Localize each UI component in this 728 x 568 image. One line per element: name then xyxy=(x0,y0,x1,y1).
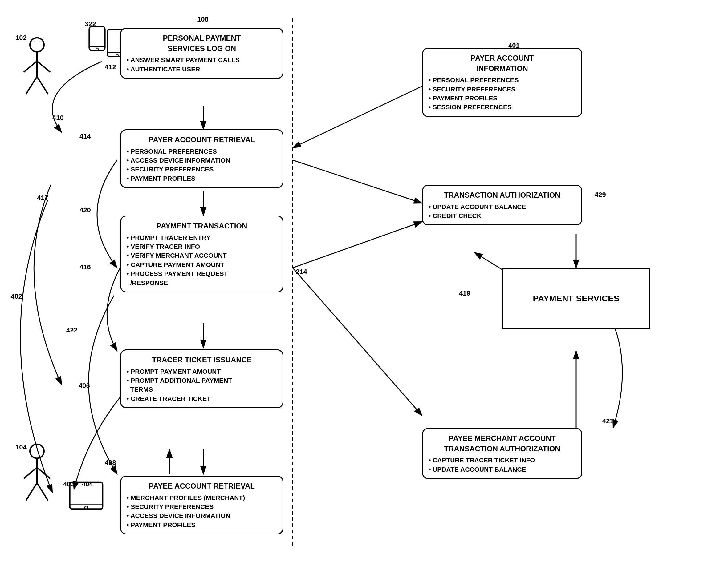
label-104: 104 xyxy=(15,443,27,451)
box-payee-account-item3: • ACCESS DEVICE INFORMATION xyxy=(127,511,277,520)
box-payment-transaction-item5: • PROCESS PAYMENT REQUEST /RESPONSE xyxy=(127,269,277,287)
svg-line-25 xyxy=(26,483,37,501)
label-416: 416 xyxy=(79,263,91,271)
box-payer-account-info-item1: • PERSONAL PREFERENCES xyxy=(429,75,576,84)
box-tracer-ticket-item2: • PROMPT ADDITIONAL PAYMENT TERMS xyxy=(127,376,277,394)
box-personal-payment-item2: • AUTHENTICATE USER xyxy=(127,65,277,74)
box-personal-payment-title: PERSONAL PAYMENTSERVICES LOG ON xyxy=(127,33,277,54)
box-payer-account-info: PAYER ACCOUNTINFORMATION • PERSONAL PREF… xyxy=(422,48,582,117)
svg-line-17 xyxy=(24,61,37,72)
svg-point-21 xyxy=(30,444,44,458)
svg-line-20 xyxy=(37,77,48,94)
box-payment-transaction-item4: • CAPTURE PAYMENT AMOUNT xyxy=(127,260,277,269)
box-payment-services-title: PAYMENT SERVICES xyxy=(533,292,619,304)
label-404: 404 xyxy=(82,480,93,488)
svg-point-15 xyxy=(30,38,44,52)
label-322: 322 xyxy=(85,20,96,28)
box-payee-account-retrieval-title: PAYEE ACCOUNT RETRIEVAL xyxy=(127,481,277,491)
label-403: 403 xyxy=(63,480,75,488)
box-payment-transaction-item2: • VERIFY TRACER INFO xyxy=(127,242,277,251)
label-419: 419 xyxy=(459,289,470,297)
box-payer-account-item4: • PAYMENT PROFILES xyxy=(127,174,277,183)
box-payee-account-item1: • MERCHANT PROFILES (MERCHANT) xyxy=(127,493,277,502)
box-payee-merchant: PAYEE MERCHANT ACCOUNTTRANSACTION AUTHOR… xyxy=(422,428,582,479)
svg-line-18 xyxy=(37,61,50,72)
label-412: 412 xyxy=(105,63,116,71)
svg-point-29 xyxy=(96,48,98,51)
box-payer-account-item1: • PERSONAL PREFERENCES xyxy=(127,147,277,156)
box-payer-account-info-item4: • SESSION PREFERENCES xyxy=(429,103,576,112)
box-payer-account-info-title: PAYER ACCOUNTINFORMATION xyxy=(429,53,576,74)
box-payee-merchant-item2: • UPDATE ACCOUNT BALANCE xyxy=(429,465,576,474)
box-payment-transaction: PAYMENT TRANSACTION • PROMPT TRACER ENTR… xyxy=(120,216,283,292)
svg-line-10 xyxy=(293,268,422,416)
box-payer-account-item2: • ACCESS DEVICE INFORMATION xyxy=(127,156,277,165)
svg-line-13 xyxy=(293,86,422,148)
box-tracer-ticket: TRACER TICKET ISSUANCE • PROMPT PAYMENT … xyxy=(120,349,283,408)
label-102: 102 xyxy=(15,34,27,42)
box-payer-account-item3: • SECURITY PREFERENCES xyxy=(127,165,277,174)
box-payment-transaction-item1: • PROMPT TRACER ENTRY xyxy=(127,233,277,242)
box-payee-account-item2: • SECURITY PREFERENCES xyxy=(127,502,277,511)
svg-line-26 xyxy=(37,483,48,501)
box-personal-payment: PERSONAL PAYMENTSERVICES LOG ON • ANSWER… xyxy=(120,28,283,79)
svg-line-6 xyxy=(293,222,422,268)
box-payer-account-info-item3: • PAYMENT PROFILES xyxy=(429,94,576,103)
box-transaction-auth-item2: • CREDIT CHECK xyxy=(429,211,576,220)
svg-line-5 xyxy=(293,160,422,203)
svg-line-19 xyxy=(26,77,37,94)
box-payee-account-item4: • PAYMENT PROFILES xyxy=(127,520,277,529)
diagram-container: 102 104 108 214 322 401 402 403 404 406 … xyxy=(0,0,728,568)
box-payer-account-retrieval: PAYER ACCOUNT RETRIEVAL • PERSONAL PREFE… xyxy=(120,129,283,188)
box-tracer-ticket-item3: • CREATE TRACER TICKET xyxy=(127,394,277,403)
svg-line-23 xyxy=(24,468,37,479)
box-payee-merchant-title: PAYEE MERCHANT ACCOUNTTRANSACTION AUTHOR… xyxy=(429,433,576,454)
box-payee-merchant-item1: • CAPTURE TRACER TICKET INFO xyxy=(429,456,576,464)
label-422: 422 xyxy=(66,326,78,334)
box-payee-account-retrieval: PAYEE ACCOUNT RETRIEVAL • MERCHANT PROFI… xyxy=(120,476,283,534)
svg-point-32 xyxy=(116,54,118,57)
label-417: 417 xyxy=(37,194,48,202)
person-104 xyxy=(18,443,55,505)
label-406: 406 xyxy=(79,382,90,390)
box-payer-account-info-item2: • SECURITY PREFERENCES xyxy=(429,85,576,94)
label-421: 421 xyxy=(602,417,614,425)
label-214: 214 xyxy=(296,268,307,276)
box-transaction-auth-title: TRANSACTION AUTHORIZATION xyxy=(429,190,576,201)
box-personal-payment-item1: • ANSWER SMART PAYMENT CALLS xyxy=(127,55,277,64)
label-108: 108 xyxy=(197,15,209,23)
label-402: 402 xyxy=(11,292,22,300)
label-420: 420 xyxy=(79,206,91,214)
box-payment-services: PAYMENT SERVICES xyxy=(502,268,650,329)
person-102 xyxy=(18,37,55,99)
label-408: 408 xyxy=(105,459,116,467)
box-tracer-ticket-item1: • PROMPT PAYMENT AMOUNT xyxy=(127,367,277,376)
label-410: 410 xyxy=(52,114,64,122)
box-tracer-ticket-title: TRACER TICKET ISSUANCE xyxy=(127,355,277,365)
box-transaction-auth-item1: • UPDATE ACCOUNT BALANCE xyxy=(429,202,576,211)
box-payer-account-retrieval-title: PAYER ACCOUNT RETRIEVAL xyxy=(127,135,277,145)
svg-line-24 xyxy=(37,468,50,479)
label-414: 414 xyxy=(79,132,91,140)
label-429: 429 xyxy=(595,191,606,199)
box-payment-transaction-title: PAYMENT TRANSACTION xyxy=(127,221,277,231)
box-transaction-auth: TRANSACTION AUTHORIZATION • UPDATE ACCOU… xyxy=(422,185,582,225)
box-payment-transaction-item3: • VERIFY MERCHANT ACCOUNT xyxy=(127,251,277,260)
